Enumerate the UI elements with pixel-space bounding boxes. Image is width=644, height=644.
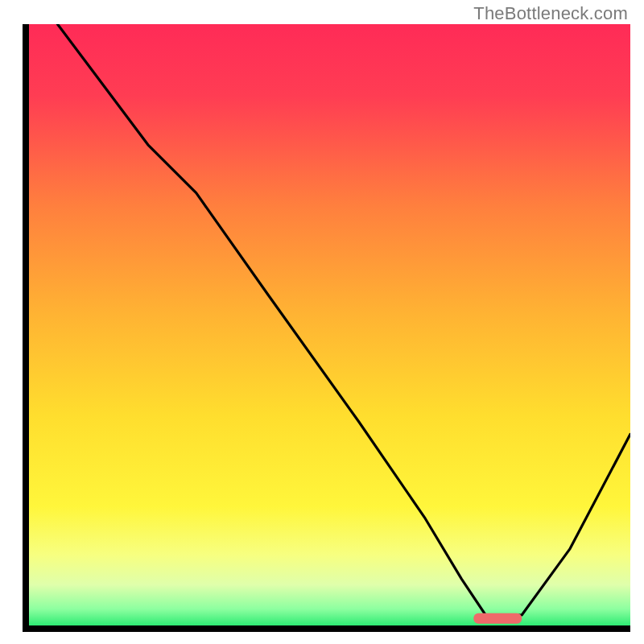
- chart-plot-area: [23, 24, 630, 632]
- watermark-label: TheBottleneck.com: [473, 3, 628, 24]
- minimum-marker: [473, 613, 522, 624]
- chart-svg: [23, 24, 630, 632]
- chart-background: [27, 24, 630, 627]
